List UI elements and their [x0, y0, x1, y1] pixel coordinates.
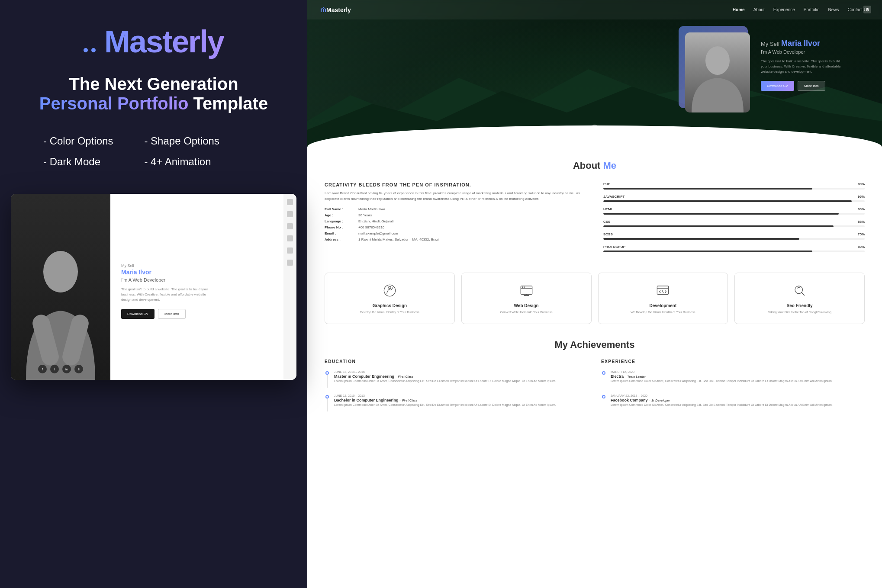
- skills-section: PHP 80% JAVASCRIPT 95%: [603, 182, 865, 257]
- service-dev-title: Development: [605, 303, 721, 308]
- tagline-normal: Template: [193, 94, 268, 113]
- skill-ps-name: PHOTOSHOP: [603, 245, 625, 249]
- about-bio: CREATIVITY BLEEDS FROM THE PEN OF INSPIR…: [325, 182, 586, 257]
- skill-js-bar-fill: [603, 200, 852, 202]
- sidebar-image-icon: [287, 235, 293, 241]
- nav-news[interactable]: News: [828, 7, 839, 12]
- experience-column: EXPERIENCE MARCH 12, 2020 Electra – Team…: [601, 359, 865, 418]
- skill-css-name: CSS: [603, 220, 610, 224]
- feature-shape-options: - Shape Options: [144, 135, 219, 147]
- web-design-icon-container: [518, 282, 535, 299]
- exp-dot-circle-1: [602, 371, 605, 375]
- right-panel: ⚙ ṁMasterly Home About Experience Portfo…: [307, 0, 882, 588]
- edu-item-2: JUNE 12, 2010 – 2013 Bachelor in Compute…: [325, 394, 588, 411]
- service-graphics-desc: Develop the Visual Identity of Your Busi…: [332, 310, 448, 315]
- exp-content-2: JANUARY 22, 2018 – 2020 Facebook Company…: [611, 394, 833, 411]
- left-panel: Masterly The Next Generation Personal Po…: [0, 0, 307, 588]
- logo-area: Masterly: [84, 26, 224, 57]
- preview-person-photo: [11, 194, 110, 380]
- nav-home[interactable]: Home: [733, 7, 745, 12]
- nav-logo: ṁMasterly: [320, 6, 351, 13]
- tagline-line2: Personal Portfolio Template: [39, 94, 268, 113]
- info-fullname-value: Maria Martin Ilvor: [358, 207, 385, 211]
- sidebar-user-icon: [287, 211, 293, 217]
- edu-item-1: JUNE 13, 2014 – 2016 Master in Computer …: [325, 370, 588, 388]
- skill-html-name: HTML: [603, 207, 613, 211]
- exp-text-1: Lorem Ipsum Commodo Dolor Sit Amet, Cons…: [611, 379, 833, 384]
- tagline-line1: The Next Generation: [39, 74, 268, 94]
- exp-title-1: Electra – Team Leader: [611, 374, 833, 379]
- hero-desc: The goal isn't to build a website. The g…: [761, 59, 847, 74]
- svg-point-3: [705, 46, 730, 75]
- info-phone-value: +00 9876543210: [358, 225, 384, 229]
- skill-html-percent: 90%: [858, 207, 865, 211]
- edu-dot-circle-1: [325, 371, 329, 375]
- hero-more-info-button[interactable]: More Info: [798, 81, 825, 91]
- skill-ps-percent: 80%: [858, 245, 865, 249]
- web-design-icon: [519, 283, 534, 298]
- service-dev-desc: We Develop the Visual Identity of Your B…: [605, 310, 721, 315]
- skill-ps-bar-fill: [603, 251, 812, 252]
- exp-dot-2: [601, 394, 606, 411]
- edu-dot-circle-2: [325, 395, 329, 398]
- svg-point-9: [524, 286, 525, 288]
- skill-js-name: JAVASCRIPT: [603, 195, 625, 199]
- right-panel-gear-icon[interactable]: ⚙: [863, 6, 871, 13]
- edu-dot-2: [325, 394, 330, 411]
- skill-php-bar-bg: [603, 188, 865, 190]
- seo-icon: [792, 283, 807, 298]
- skill-php: PHP 80%: [603, 182, 865, 190]
- edu-subtitle-1: – First Class: [396, 375, 414, 378]
- nav-portfolio[interactable]: Portfolio: [804, 7, 820, 12]
- svg-point-5: [389, 286, 391, 288]
- svg-point-0: [43, 251, 78, 292]
- service-web-desc: Convert Web Users Into Your Business: [468, 310, 585, 315]
- skill-ps-bar-bg: [603, 251, 865, 252]
- info-language: Language : English, Hindi, Gujarati: [325, 219, 586, 223]
- education-column: EDUCATION JUNE 13, 2014 – 2016 Master in…: [325, 359, 588, 418]
- info-age: Age : 30 Years: [325, 213, 586, 217]
- nav-experience[interactable]: Experience: [773, 7, 795, 12]
- service-seo: Seo Friendly Taking Your First to the To…: [734, 273, 865, 324]
- skill-css-percent: 88%: [858, 220, 865, 224]
- preview-buttons: Download CV More Info: [121, 309, 273, 319]
- nav-about[interactable]: About: [753, 7, 765, 12]
- service-graphics-title: Graphics Design: [332, 303, 448, 308]
- info-age-label: Age :: [325, 213, 355, 217]
- info-phone: Phone No : +00 9876543210: [325, 225, 586, 229]
- person-silhouette: [17, 237, 104, 380]
- instagram-icon: in: [62, 365, 71, 373]
- service-seo-desc: Taking Your First to the Top of Google's…: [741, 310, 858, 315]
- svg-line-16: [802, 292, 805, 295]
- hero-name: Maria Ilvor: [781, 39, 820, 48]
- exp-item-2: JANUARY 22, 2018 – 2020 Facebook Company…: [601, 394, 865, 411]
- features-list: - Color Options - Shape Options - Dark M…: [17, 135, 219, 168]
- hero-name-accent: Maria Ilvor: [781, 39, 820, 48]
- edu-text-1: Lorem Ipsum Commodo Dolor Sit Amet, Cons…: [334, 379, 556, 384]
- service-web-design: Web Design Convert Web Users Into Your B…: [461, 273, 592, 324]
- feature-dark-mode: - Dark Mode: [43, 156, 118, 168]
- hero-download-cv-button[interactable]: Download CV: [761, 81, 794, 91]
- info-email: Email : mail.example@gmail.com: [325, 231, 586, 235]
- edu-text-2: Lorem Ipsum Commodo Dolor Sit Amet, Cons…: [334, 403, 556, 408]
- svg-rect-12: [657, 286, 669, 294]
- experience-title: EXPERIENCE: [601, 359, 865, 364]
- info-lang-label: Language :: [325, 219, 355, 223]
- preview-subtitle: I'm A Web Developer: [121, 277, 273, 283]
- skill-html-bar-bg: [603, 213, 865, 215]
- preview-more-info-button[interactable]: More Info: [158, 309, 186, 319]
- hero-buttons: Download CV More Info: [761, 81, 847, 91]
- tagline: The Next Generation Personal Portfolio T…: [39, 74, 268, 113]
- preview-download-cv-button[interactable]: Download CV: [121, 309, 155, 319]
- exp-title-2: Facebook Company – Sr Developer: [611, 398, 833, 402]
- info-lang-value: English, Hindi, Gujarati: [358, 219, 393, 223]
- development-icon-container: [654, 282, 672, 299]
- nav-bar: ṁMasterly Home About Experience Portfoli…: [307, 0, 882, 19]
- logo-dot-left: [84, 48, 88, 52]
- skill-js-bar-bg: [603, 200, 865, 202]
- svg-point-8: [521, 286, 523, 288]
- edu-dot-1: [325, 370, 330, 388]
- preview-description: The goal isn't to build a website. The g…: [121, 287, 216, 302]
- preview-name-label: My Self: [121, 263, 273, 268]
- skill-scss-percent: 75%: [858, 232, 865, 236]
